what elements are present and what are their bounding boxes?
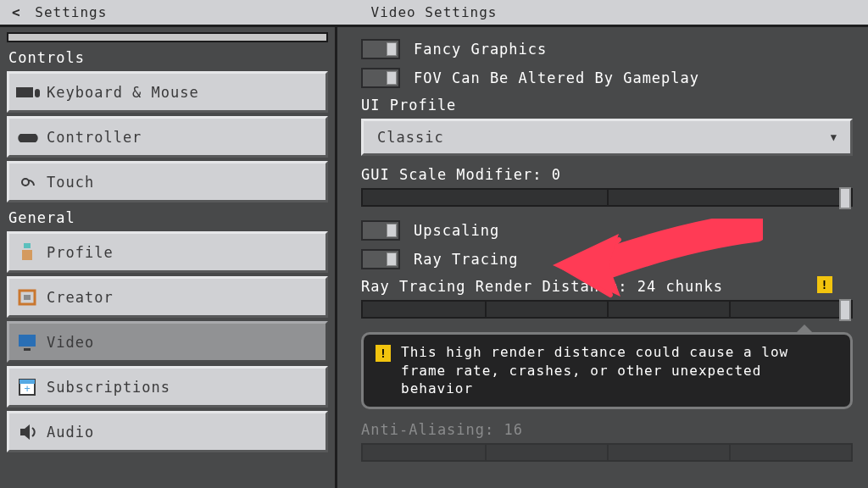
- svg-rect-3: [24, 243, 31, 248]
- warning-icon: !: [817, 276, 832, 293]
- toggle-switch[interactable]: [361, 68, 400, 88]
- slider-handle[interactable]: [839, 299, 851, 321]
- svg-rect-8: [24, 348, 31, 351]
- sidebar-header-controls: Controls: [0, 46, 335, 71]
- toggle-fancy-graphics[interactable]: Fancy Graphics: [361, 39, 853, 59]
- content: Controls Keyboard & Mouse Controller Tou…: [0, 27, 868, 488]
- sidebar-item-keyboard-mouse[interactable]: Keyboard & Mouse: [7, 71, 328, 113]
- ui-profile-dropdown[interactable]: Classic ▼: [361, 119, 853, 156]
- sidebar-item-label: Keyboard & Mouse: [47, 84, 199, 101]
- chevron-down-icon: ▼: [831, 131, 837, 143]
- sidebar-scrollbar[interactable]: [7, 32, 328, 42]
- back-label: Settings: [35, 4, 107, 20]
- toggle-label: Fancy Graphics: [414, 41, 547, 58]
- svg-rect-1: [35, 89, 40, 97]
- warning-text: This high render distance could cause a …: [401, 343, 838, 398]
- toggle-ray-tracing[interactable]: Ray Tracing: [361, 249, 853, 269]
- anti-aliasing-slider: [361, 443, 853, 462]
- rt-distance-slider[interactable]: [361, 300, 853, 319]
- gamepad-icon: [9, 126, 47, 148]
- svg-point-2: [22, 179, 29, 186]
- rt-distance-label: Ray Tracing Render Distance: 24 chunks !: [361, 278, 853, 295]
- sidebar-item-label: Subscriptions: [47, 379, 170, 396]
- back-button[interactable]: < Settings: [0, 4, 119, 20]
- sidebar-item-label: Audio: [47, 424, 94, 441]
- calendar-plus-icon: +: [9, 376, 47, 398]
- svg-rect-0: [16, 87, 33, 97]
- sidebar-item-video[interactable]: Video: [7, 321, 328, 363]
- sidebar-item-touch[interactable]: Touch: [7, 161, 328, 202]
- toggle-fov-gameplay[interactable]: FOV Can Be Altered By Gameplay: [361, 68, 853, 88]
- anti-aliasing-label: Anti-Aliasing: 16: [361, 421, 853, 438]
- touch-icon: [9, 171, 47, 193]
- keyboard-icon: [9, 81, 47, 103]
- monitor-icon: [9, 331, 47, 353]
- speaker-icon: [9, 421, 47, 443]
- warning-tooltip: ! This high render distance could cause …: [361, 332, 853, 409]
- toggle-label: Upscaling: [414, 222, 499, 239]
- sidebar-item-label: Touch: [47, 174, 94, 191]
- toggle-switch[interactable]: [361, 220, 400, 241]
- toggle-switch[interactable]: [361, 39, 400, 59]
- sidebar-item-label: Video: [47, 334, 94, 351]
- chevron-left-icon: <: [12, 4, 21, 20]
- header-bar: < Settings Video Settings: [0, 0, 868, 27]
- toggle-switch[interactable]: [361, 249, 400, 269]
- dropdown-value: Classic: [377, 129, 444, 146]
- svg-rect-7: [19, 335, 36, 347]
- gui-scale-slider[interactable]: [361, 188, 853, 207]
- warning-icon: !: [376, 345, 391, 362]
- sidebar-item-audio[interactable]: Audio: [7, 411, 328, 452]
- toggle-label: Ray Tracing: [414, 251, 519, 268]
- page-title: Video Settings: [371, 4, 498, 20]
- svg-text:+: +: [24, 383, 30, 395]
- sidebar-item-controller[interactable]: Controller: [7, 116, 328, 158]
- sidebar: Controls Keyboard & Mouse Controller Tou…: [0, 27, 337, 488]
- sidebar-header-general: General: [0, 206, 335, 231]
- toggle-label: FOV Can Be Altered By Gameplay: [414, 69, 699, 86]
- sidebar-item-label: Profile: [47, 244, 114, 261]
- svg-rect-4: [22, 250, 32, 260]
- sidebar-item-subscriptions[interactable]: + Subscriptions: [7, 366, 328, 408]
- gui-scale-label: GUI Scale Modifier: 0: [361, 166, 853, 183]
- creator-icon: [9, 286, 47, 308]
- sidebar-item-creator[interactable]: Creator: [7, 276, 328, 318]
- sidebar-item-label: Controller: [47, 129, 142, 146]
- toggle-upscaling[interactable]: Upscaling: [361, 220, 853, 241]
- ui-profile-label: UI Profile: [361, 97, 853, 114]
- profile-icon: [9, 241, 47, 263]
- slider-handle[interactable]: [839, 187, 851, 209]
- main-panel: Fancy Graphics FOV Can Be Altered By Gam…: [337, 27, 868, 488]
- sidebar-item-profile[interactable]: Profile: [7, 231, 328, 273]
- svg-rect-6: [24, 295, 31, 300]
- sidebar-item-label: Creator: [47, 289, 114, 306]
